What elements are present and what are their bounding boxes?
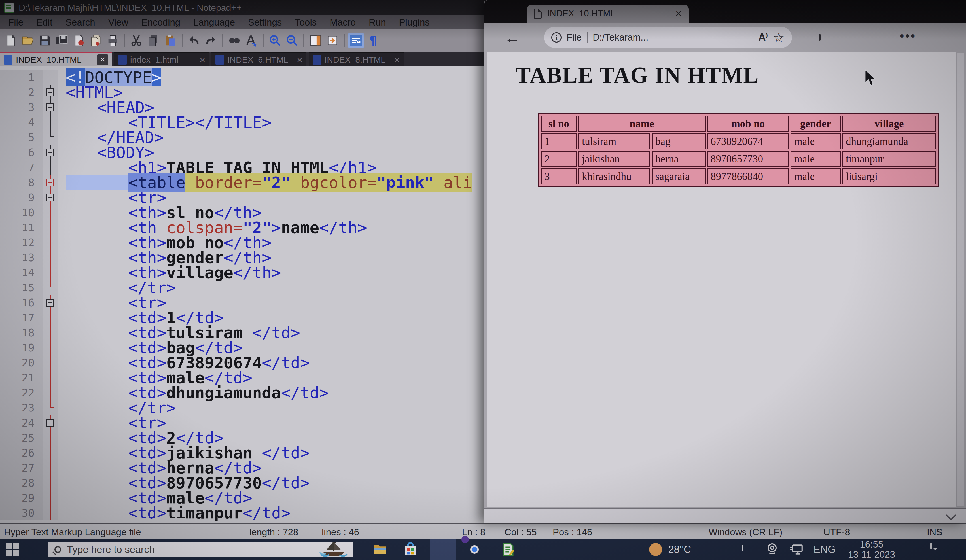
split-screen-icon[interactable] <box>819 34 821 41</box>
more-options-icon[interactable]: ••• <box>900 29 916 43</box>
undo-icon[interactable] <box>186 33 202 48</box>
clock[interactable]: 16:55 13-11-2023 <box>848 539 895 560</box>
cut-icon[interactable] <box>129 33 144 48</box>
menu-settings[interactable]: Settings <box>242 17 288 28</box>
fold-margin[interactable] <box>43 475 58 490</box>
print-doc-icon[interactable] <box>71 33 87 48</box>
open-file-icon[interactable] <box>20 33 35 48</box>
fold-margin[interactable] <box>43 265 58 280</box>
fold-margin[interactable] <box>43 115 58 130</box>
status-encoding[interactable]: UTF-8 <box>823 527 850 538</box>
tab-doc-icon <box>215 55 224 65</box>
fold-margin[interactable] <box>43 415 58 430</box>
file-explorer-icon[interactable] <box>373 542 387 557</box>
edge-icon[interactable] <box>435 542 450 557</box>
doc-copy-icon[interactable] <box>88 33 104 48</box>
fold-margin[interactable] <box>43 340 58 355</box>
doc-map-icon[interactable] <box>308 33 323 48</box>
tab-doc-icon <box>118 55 127 65</box>
browser-tab[interactable]: INDEX_10.HTML × <box>527 5 688 23</box>
network-tray-icon[interactable] <box>790 542 805 557</box>
menu-plugins[interactable]: Plugins <box>393 17 436 28</box>
fold-margin[interactable] <box>43 400 58 415</box>
zoom-in-icon[interactable] <box>267 33 283 48</box>
fold-margin[interactable] <box>43 205 58 220</box>
status-eol[interactable]: Windows (CR LF) <box>709 527 782 538</box>
fold-margin[interactable] <box>43 310 58 325</box>
weather-widget[interactable]: 28°C <box>649 539 691 560</box>
doc-switch-icon[interactable] <box>325 33 340 48</box>
status-insert-mode[interactable]: INS <box>927 527 943 538</box>
fold-margin[interactable] <box>43 295 58 310</box>
notification-icon[interactable] <box>930 544 945 558</box>
microsoft-store-icon[interactable] <box>403 542 418 557</box>
menu-run[interactable]: Run <box>362 17 393 28</box>
tab-close-icon[interactable]: × <box>97 54 108 65</box>
menu-encoding[interactable]: Encoding <box>135 17 187 28</box>
editor-tab-index_10.html[interactable]: INDEX_10.HTML× <box>0 52 112 66</box>
fold-margin[interactable] <box>43 355 58 370</box>
favorite-star-icon[interactable]: ☆ <box>773 30 785 45</box>
editor-tab-index_1.html[interactable]: index_1.html× <box>114 52 209 66</box>
language-indicator[interactable]: ENG <box>813 539 836 560</box>
save-all-icon[interactable] <box>54 33 69 48</box>
read-aloud-icon[interactable]: A) <box>758 31 768 44</box>
show-all-characters-icon[interactable]: ¶ <box>365 33 381 48</box>
new-file-icon[interactable] <box>3 33 18 48</box>
back-icon[interactable]: ← <box>504 28 520 47</box>
zoom-out-icon[interactable] <box>284 33 300 48</box>
camera-tray-icon[interactable] <box>765 542 780 557</box>
editor-tab-index_6.html[interactable]: INDEX_6.HTML× <box>212 52 306 66</box>
fold-margin[interactable] <box>43 280 58 295</box>
chrome-icon[interactable] <box>467 542 482 557</box>
save-icon[interactable] <box>37 33 53 48</box>
fold-margin[interactable] <box>43 85 58 100</box>
editor-tab-index_8.html[interactable]: INDEX_8.HTML× <box>309 52 404 66</box>
fold-margin[interactable] <box>43 505 58 520</box>
fold-margin[interactable] <box>43 370 58 385</box>
taskbar-search[interactable]: Type here to search <box>48 542 353 557</box>
fold-margin[interactable] <box>43 70 58 85</box>
tray-expand-icon[interactable] <box>742 546 757 560</box>
tab-close-icon[interactable]: × <box>200 55 205 65</box>
fold-margin[interactable] <box>43 430 58 445</box>
menu-tools[interactable]: Tools <box>288 17 323 28</box>
fold-margin[interactable] <box>43 385 58 400</box>
fold-margin[interactable] <box>43 235 58 250</box>
tab-close-icon[interactable]: × <box>297 55 302 65</box>
menu-file[interactable]: File <box>2 17 30 28</box>
tab-close-icon[interactable]: × <box>394 55 400 65</box>
menu-search[interactable]: Search <box>59 17 102 28</box>
fold-margin[interactable] <box>43 460 58 475</box>
fold-margin[interactable] <box>43 250 58 265</box>
fold-margin[interactable] <box>43 145 58 160</box>
tab-close-icon[interactable]: × <box>675 9 682 18</box>
print-icon[interactable] <box>105 33 120 48</box>
word-wrap-icon[interactable] <box>348 33 364 48</box>
vertical-scrollbar[interactable] <box>957 53 964 506</box>
address-bar[interactable]: i File D:/Tekaram... A) ☆ <box>544 27 792 48</box>
fold-margin[interactable] <box>43 175 58 190</box>
fold-margin[interactable] <box>43 490 58 505</box>
info-icon[interactable]: i <box>551 32 562 43</box>
notepad-plus-plus-icon[interactable] <box>501 542 515 557</box>
menu-view[interactable]: View <box>102 17 135 28</box>
menu-edit[interactable]: Edit <box>30 17 59 28</box>
copy-icon[interactable] <box>146 33 161 48</box>
menu-language[interactable]: Language <box>187 17 242 28</box>
fold-margin[interactable] <box>43 130 58 145</box>
start-button[interactable] <box>6 543 19 556</box>
fold-margin[interactable] <box>43 445 58 460</box>
fold-margin[interactable] <box>43 160 58 175</box>
menu-macro[interactable]: Macro <box>323 17 362 28</box>
replace-icon[interactable] <box>244 33 259 48</box>
scroll-down-icon[interactable] <box>946 510 956 521</box>
fold-margin[interactable] <box>43 325 58 340</box>
redo-icon[interactable] <box>203 33 219 48</box>
paste-icon[interactable] <box>163 33 178 48</box>
bing-daily-art-ship[interactable] <box>318 542 351 557</box>
fold-margin[interactable] <box>43 100 58 115</box>
fold-margin[interactable] <box>43 220 58 235</box>
find-icon[interactable] <box>227 33 242 48</box>
fold-margin[interactable] <box>43 190 58 205</box>
